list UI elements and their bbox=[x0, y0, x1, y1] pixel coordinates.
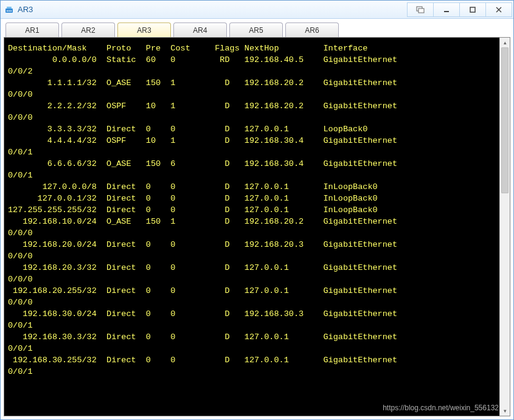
terminal-line: 6.6.6.6/32 O_ASE 150 6 D 192.168.30.4 Gi… bbox=[8, 158, 498, 170]
terminal-line: 0/0/0 bbox=[8, 250, 498, 262]
app-icon bbox=[4, 5, 14, 15]
terminal-line: 0/0/0 bbox=[8, 89, 498, 100]
scroll-up-arrow[interactable]: ▴ bbox=[500, 38, 510, 47]
terminal-line: 2.2.2.2/32 OSPF 10 1 D 192.168.20.2 Giga… bbox=[8, 100, 498, 112]
tab-ar4[interactable]: AR4 bbox=[173, 22, 227, 37]
terminal-line: 4.4.4.4/32 OSPF 10 1 D 192.168.30.4 Giga… bbox=[8, 135, 498, 146]
terminal-output[interactable]: Destination/Mask Proto Pre Cost Flags Ne… bbox=[4, 38, 499, 416]
application-window: AR3 AR1AR2AR3AR4AR5AR6 Destination/Mask … bbox=[0, 0, 514, 420]
terminal-line: 0/0/1 bbox=[8, 366, 498, 377]
terminal-container: Destination/Mask Proto Pre Cost Flags Ne… bbox=[4, 37, 510, 416]
terminal-line: 192.168.20.3/32 Direct 0 0 D 127.0.0.1 G… bbox=[8, 262, 498, 274]
terminal-line: 192.168.30.255/32 Direct 0 0 D 127.0.0.1… bbox=[8, 354, 498, 366]
terminal-line: 0/0/1 bbox=[8, 343, 498, 354]
terminal-line: 192.168.30.0/24 Direct 0 0 D 192.168.30.… bbox=[8, 308, 498, 320]
terminal-line: 1.1.1.1/32 O_ASE 150 1 D 192.168.20.2 Gi… bbox=[8, 77, 498, 89]
tab-ar3[interactable]: AR3 bbox=[117, 22, 171, 37]
terminal-line: 0/0/0 bbox=[8, 297, 498, 308]
terminal-line: 0/0/0 bbox=[8, 112, 498, 123]
svg-point-2 bbox=[7, 10, 8, 12]
terminal-line: 192.168.20.0/24 Direct 0 0 D 192.168.20.… bbox=[8, 239, 498, 250]
terminal-line: 127.255.255.255/32 Direct 0 0 D 127.0.0.… bbox=[8, 204, 498, 216]
scroll-thumb[interactable] bbox=[501, 47, 509, 193]
svg-rect-6 bbox=[418, 9, 424, 13]
window-controls bbox=[408, 2, 512, 17]
tab-bar: AR1AR2AR3AR4AR5AR6 bbox=[1, 19, 513, 37]
tab-ar5[interactable]: AR5 bbox=[229, 22, 283, 37]
terminal-line: 127.0.0.1/32 Direct 0 0 D 127.0.0.1 InLo… bbox=[8, 193, 498, 204]
scroll-track[interactable] bbox=[500, 47, 510, 406]
window-title: AR3 bbox=[18, 5, 408, 14]
minimize-button[interactable] bbox=[433, 2, 460, 17]
svg-point-3 bbox=[9, 10, 10, 12]
titlebar: AR3 bbox=[1, 1, 513, 19]
terminal-line: 3.3.3.3/32 Direct 0 0 D 127.0.0.1 LoopBa… bbox=[8, 123, 498, 135]
maximize-button[interactable] bbox=[459, 2, 486, 17]
terminal-line: 0/0/1 bbox=[8, 170, 498, 181]
close-button[interactable] bbox=[485, 2, 512, 17]
terminal-line: 192.168.30.3/32 Direct 0 0 D 127.0.0.1 G… bbox=[8, 331, 498, 343]
svg-rect-8 bbox=[470, 7, 475, 12]
tab-ar6[interactable]: AR6 bbox=[285, 22, 339, 37]
svg-rect-1 bbox=[7, 7, 12, 9]
terminal-line: 192.168.10.0/24 O_ASE 150 1 D 192.168.20… bbox=[8, 216, 498, 227]
terminal-line: 127.0.0.0/8 Direct 0 0 D 127.0.0.1 InLoo… bbox=[8, 181, 498, 193]
terminal-line: 0/0/1 bbox=[8, 146, 498, 158]
terminal-line: 0/0/1 bbox=[8, 320, 498, 331]
terminal-line: Destination/Mask Proto Pre Cost Flags Ne… bbox=[8, 43, 498, 54]
tab-ar1[interactable]: AR1 bbox=[5, 22, 59, 37]
terminal-line: 0/0/2 bbox=[8, 66, 498, 77]
terminal-line: 0.0.0.0/0 Static 60 0 RD 192.168.40.5 Gi… bbox=[8, 54, 498, 66]
terminal-line: 0/0/0 bbox=[8, 274, 498, 285]
terminal-line: 192.168.20.255/32 Direct 0 0 D 127.0.0.1… bbox=[8, 285, 498, 297]
options-button[interactable] bbox=[407, 2, 434, 17]
terminal-line: 0/0/0 bbox=[8, 227, 498, 239]
vertical-scrollbar[interactable]: ▴ ▾ bbox=[499, 38, 510, 416]
tab-ar2[interactable]: AR2 bbox=[61, 22, 115, 37]
scroll-down-arrow[interactable]: ▾ bbox=[500, 406, 510, 416]
svg-point-4 bbox=[10, 10, 12, 12]
